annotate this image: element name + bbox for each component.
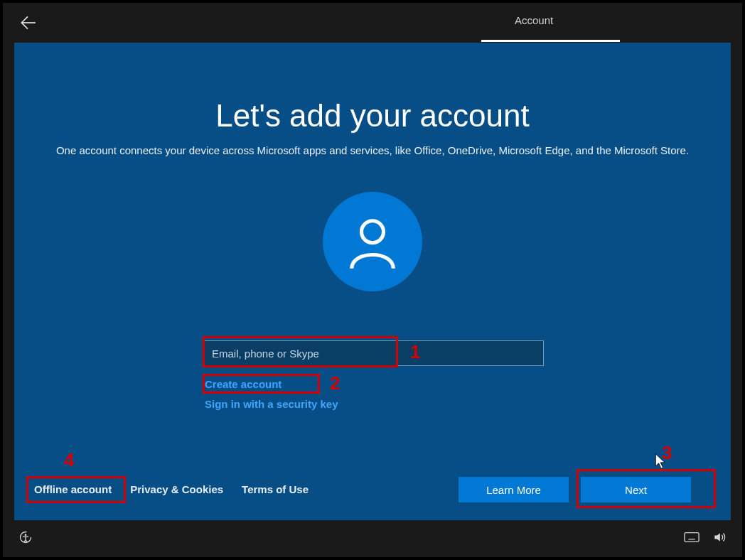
- task-bar: [3, 522, 742, 557]
- svg-rect-4: [685, 533, 699, 542]
- volume-icon[interactable]: [712, 530, 727, 547]
- annotation-label-3: 3: [662, 442, 672, 464]
- tab-account[interactable]: Account: [515, 14, 553, 26]
- back-arrow-icon[interactable]: [18, 13, 38, 33]
- offline-account-link[interactable]: Offline account: [34, 483, 112, 495]
- ease-of-access-icon[interactable]: [18, 530, 33, 547]
- annotation-label-4: 4: [64, 449, 74, 471]
- svg-point-1: [362, 221, 384, 243]
- annotation-label-2: 2: [330, 372, 340, 394]
- terms-of-use-link[interactable]: Terms of Use: [242, 483, 309, 495]
- security-key-link[interactable]: Sign in with a security key: [205, 398, 338, 410]
- learn-more-button[interactable]: Learn More: [459, 477, 569, 502]
- page-subtitle: One account connects your device across …: [14, 144, 731, 156]
- top-bar: Account: [3, 3, 742, 43]
- cursor-icon: [655, 453, 668, 470]
- avatar-icon: [323, 192, 422, 291]
- next-button[interactable]: Next: [581, 477, 691, 502]
- tab-underline: [481, 40, 620, 42]
- login-input[interactable]: [203, 340, 544, 366]
- create-account-link[interactable]: Create account: [205, 378, 282, 390]
- svg-point-3: [25, 534, 27, 536]
- page-title: Let's add your account: [14, 98, 731, 134]
- main-panel: Let's add your account One account conne…: [14, 43, 731, 520]
- privacy-cookies-link[interactable]: Privacy & Cookies: [130, 483, 223, 495]
- keyboard-icon[interactable]: [684, 532, 700, 546]
